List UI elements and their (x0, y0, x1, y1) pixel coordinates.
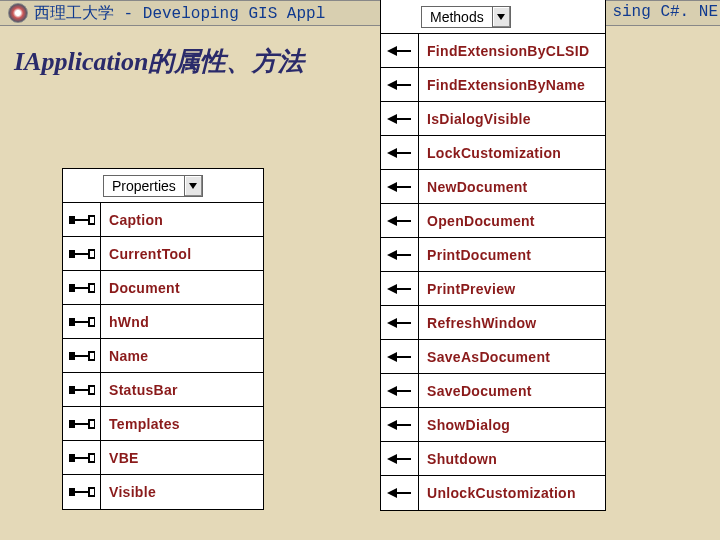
svg-rect-17 (75, 389, 89, 391)
svg-rect-27 (89, 488, 95, 496)
svg-rect-9 (89, 284, 95, 292)
property-label: Templates (101, 416, 180, 432)
dropdown-arrow-icon[interactable] (492, 7, 510, 27)
property-row: VBE (63, 441, 263, 475)
method-label: OpenDocument (419, 213, 535, 229)
property-label: Name (101, 348, 148, 364)
properties-dropdown-label: Properties (104, 178, 184, 194)
property-row: Caption (63, 203, 263, 237)
method-label: SaveAsDocument (419, 349, 550, 365)
properties-dropdown[interactable]: Properties (103, 175, 203, 197)
property-row: StatusBar (63, 373, 263, 407)
property-row: Name (63, 339, 263, 373)
property-row: Templates (63, 407, 263, 441)
svg-rect-21 (89, 420, 95, 428)
method-row: FindExtensionByCLSID (381, 34, 605, 68)
properties-table: Properties CaptionCurrentToolDocumenthWn… (62, 168, 264, 510)
svg-rect-20 (75, 423, 89, 425)
svg-rect-10 (69, 318, 75, 326)
property-label: CurrentTool (101, 246, 191, 262)
svg-rect-26 (75, 491, 89, 493)
svg-marker-40 (387, 216, 397, 226)
method-label: FindExtensionByCLSID (419, 43, 589, 59)
svg-rect-13 (69, 352, 75, 360)
method-label: UnlockCustomization (419, 485, 576, 501)
property-label: Visible (101, 484, 156, 500)
svg-marker-52 (387, 420, 397, 430)
method-label: RefreshWindow (419, 315, 537, 331)
svg-rect-24 (89, 454, 95, 462)
method-label: SaveDocument (419, 383, 532, 399)
property-icon (63, 271, 101, 304)
method-arrow-icon (381, 340, 419, 373)
page-subtitle: IApplication的属性、方法 (0, 26, 720, 87)
method-arrow-icon (381, 306, 419, 339)
method-row: UnlockCustomization (381, 476, 605, 510)
property-label: VBE (101, 450, 139, 466)
method-arrow-icon (381, 68, 419, 101)
method-row: SaveDocument (381, 374, 605, 408)
property-label: StatusBar (101, 382, 178, 398)
property-row: Document (63, 271, 263, 305)
method-arrow-icon (381, 204, 419, 237)
property-icon (63, 475, 101, 509)
property-icon (63, 339, 101, 372)
svg-rect-22 (69, 454, 75, 462)
method-label: LockCustomization (419, 145, 561, 161)
svg-marker-0 (189, 183, 197, 189)
method-row: SaveAsDocument (381, 340, 605, 374)
svg-marker-28 (497, 14, 505, 20)
svg-marker-56 (387, 488, 397, 498)
svg-marker-32 (387, 80, 397, 90)
method-arrow-icon (381, 442, 419, 475)
property-label: Document (101, 280, 180, 296)
method-arrow-icon (381, 136, 419, 169)
university-logo-icon (8, 3, 28, 23)
title-text-right: sing C#. NE (612, 3, 718, 21)
method-row: PrintPreview (381, 272, 605, 306)
dropdown-arrow-icon[interactable] (184, 176, 202, 196)
method-row: RefreshWindow (381, 306, 605, 340)
svg-marker-30 (387, 46, 397, 56)
svg-rect-6 (89, 250, 95, 258)
svg-marker-42 (387, 250, 397, 260)
method-arrow-icon (381, 170, 419, 203)
method-label: PrintPreview (419, 281, 515, 297)
property-icon (63, 203, 101, 236)
svg-marker-44 (387, 284, 397, 294)
svg-rect-8 (75, 287, 89, 289)
svg-rect-4 (69, 250, 75, 258)
property-row: hWnd (63, 305, 263, 339)
method-label: PrintDocument (419, 247, 531, 263)
svg-marker-36 (387, 148, 397, 158)
svg-marker-34 (387, 114, 397, 124)
property-icon (63, 441, 101, 474)
svg-rect-12 (89, 318, 95, 326)
svg-rect-25 (69, 488, 75, 496)
method-row: Shutdown (381, 442, 605, 476)
method-row: LockCustomization (381, 136, 605, 170)
method-row: ShowDialog (381, 408, 605, 442)
methods-dropdown[interactable]: Methods (421, 6, 511, 28)
svg-rect-15 (89, 352, 95, 360)
properties-selector-row: Properties (63, 169, 263, 203)
methods-table: Methods FindExtensionByCLSIDFindExtensio… (380, 0, 606, 511)
method-arrow-icon (381, 374, 419, 407)
method-label: NewDocument (419, 179, 528, 195)
svg-rect-1 (69, 216, 75, 224)
svg-rect-11 (75, 321, 89, 323)
method-row: FindExtensionByName (381, 68, 605, 102)
method-label: ShowDialog (419, 417, 510, 433)
title-text-left: 西理工大学 - Developing GIS Appl (34, 3, 325, 24)
method-row: NewDocument (381, 170, 605, 204)
property-icon (63, 373, 101, 406)
svg-rect-2 (75, 219, 89, 221)
svg-marker-50 (387, 386, 397, 396)
method-label: FindExtensionByName (419, 77, 585, 93)
method-row: IsDialogVisible (381, 102, 605, 136)
method-row: PrintDocument (381, 238, 605, 272)
svg-rect-7 (69, 284, 75, 292)
method-arrow-icon (381, 272, 419, 305)
method-arrow-icon (381, 476, 419, 510)
property-row: Visible (63, 475, 263, 509)
